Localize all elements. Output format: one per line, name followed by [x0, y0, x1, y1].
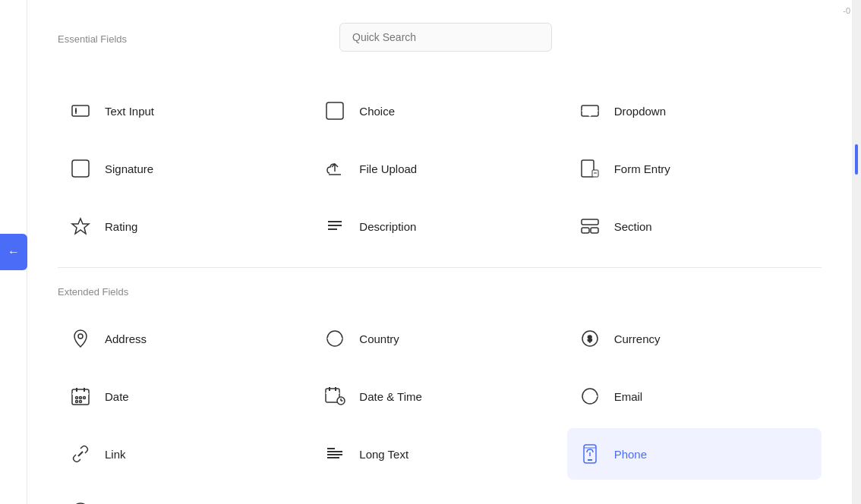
- form-entry-icon: [576, 155, 604, 182]
- svg-point-22: [78, 334, 83, 339]
- field-name-file-upload: File Upload: [359, 162, 417, 175]
- text-input-icon: [67, 97, 94, 124]
- field-item-rating[interactable]: Rating: [58, 200, 312, 252]
- field-item-text-input[interactable]: Text Input: [58, 85, 312, 137]
- svg-point-31: [76, 397, 78, 399]
- svg-rect-21: [591, 228, 598, 233]
- field-name-signature: Signature: [105, 162, 153, 175]
- search-input[interactable]: [339, 23, 552, 52]
- field-name-country: Country: [359, 332, 399, 345]
- phone-icon: [576, 440, 604, 468]
- field-item-choice[interactable]: Choice: [312, 85, 566, 137]
- address-icon: [67, 325, 94, 352]
- svg-rect-3: [326, 102, 343, 119]
- field-name-phone: Phone: [614, 448, 647, 461]
- svg-text:$: $: [588, 335, 592, 343]
- svg-rect-0: [72, 106, 89, 116]
- date-time-icon: [321, 383, 348, 410]
- rating-icon: [67, 213, 94, 240]
- svg-point-34: [76, 401, 78, 403]
- field-name-rating: Rating: [105, 220, 137, 233]
- field-name-link: Link: [105, 448, 126, 461]
- field-name-address: Address: [105, 332, 147, 345]
- field-item-email[interactable]: Email: [567, 370, 822, 422]
- svg-point-33: [84, 397, 86, 399]
- section-icon: [576, 213, 604, 240]
- date-icon: [67, 383, 94, 410]
- field-item-country[interactable]: Country: [312, 313, 566, 364]
- field-name-long-text: Long Text: [359, 448, 408, 461]
- field-name-currency: Currency: [614, 332, 661, 345]
- back-button[interactable]: ←: [0, 234, 27, 270]
- back-arrow-icon: ←: [8, 245, 20, 259]
- search-bar: [339, 23, 552, 52]
- field-item-section[interactable]: Section: [567, 200, 822, 252]
- field-item-form-entry[interactable]: Form Entry: [567, 143, 822, 194]
- essential-fields-grid: Text Input Choice Dropdown Signature: [58, 85, 822, 252]
- top-right-label: -0: [843, 6, 850, 15]
- svg-rect-20: [582, 228, 589, 233]
- field-item-date-time[interactable]: Date & Time: [312, 370, 566, 422]
- scrollbar-handle[interactable]: [855, 144, 858, 175]
- svg-point-35: [80, 401, 82, 403]
- field-item-long-text[interactable]: Long Text: [312, 428, 566, 480]
- field-name-date: Date: [105, 390, 129, 403]
- signature-icon: [67, 155, 94, 182]
- long-text-icon: [321, 440, 348, 468]
- field-name-text-input: Text Input: [105, 105, 154, 118]
- field-item-description[interactable]: Description: [312, 200, 566, 252]
- link-icon: [67, 440, 94, 468]
- field-name-email: Email: [614, 390, 643, 403]
- field-name-form-entry: Form Entry: [614, 162, 670, 175]
- main-content: -0 Essential Fields Text Input Choice: [27, 0, 852, 504]
- dropdown-icon: [576, 97, 604, 124]
- field-item-signature[interactable]: Signature: [58, 143, 312, 194]
- svg-rect-19: [582, 219, 598, 225]
- field-item-phone[interactable]: Phone: [567, 428, 822, 480]
- email-icon: [576, 383, 604, 410]
- description-icon: [321, 213, 348, 240]
- svg-point-32: [80, 397, 82, 399]
- section-divider: [58, 267, 822, 268]
- field-item-date[interactable]: Date: [58, 370, 312, 422]
- svg-marker-15: [72, 219, 89, 234]
- currency-icon: $: [576, 325, 604, 352]
- file-upload-icon: [321, 155, 348, 182]
- field-name-date-time: Date & Time: [359, 390, 422, 403]
- time-icon: [67, 498, 94, 504]
- field-name-choice: Choice: [359, 105, 395, 118]
- extended-section-label: Extended Fields: [58, 286, 822, 298]
- right-scrollbar[interactable]: [852, 0, 861, 504]
- field-item-file-upload[interactable]: File Upload: [312, 143, 566, 194]
- field-item-currency[interactable]: $ Currency: [567, 313, 822, 364]
- essential-header-row: Essential Fields: [58, 23, 822, 70]
- field-item-dropdown[interactable]: Dropdown: [567, 85, 822, 137]
- essential-section-label: Essential Fields: [58, 33, 127, 45]
- field-item-time[interactable]: Time: [58, 486, 312, 504]
- country-icon: [321, 325, 348, 352]
- field-item-link[interactable]: Link: [58, 428, 312, 480]
- field-name-dropdown: Dropdown: [614, 105, 666, 118]
- field-name-section: Section: [614, 220, 652, 233]
- choice-icon: [321, 97, 348, 124]
- extended-fields-grid: Address Country $ Currency Date: [58, 313, 822, 504]
- svg-point-44: [587, 393, 593, 399]
- field-item-address[interactable]: Address: [58, 313, 312, 364]
- field-name-description: Description: [359, 220, 416, 233]
